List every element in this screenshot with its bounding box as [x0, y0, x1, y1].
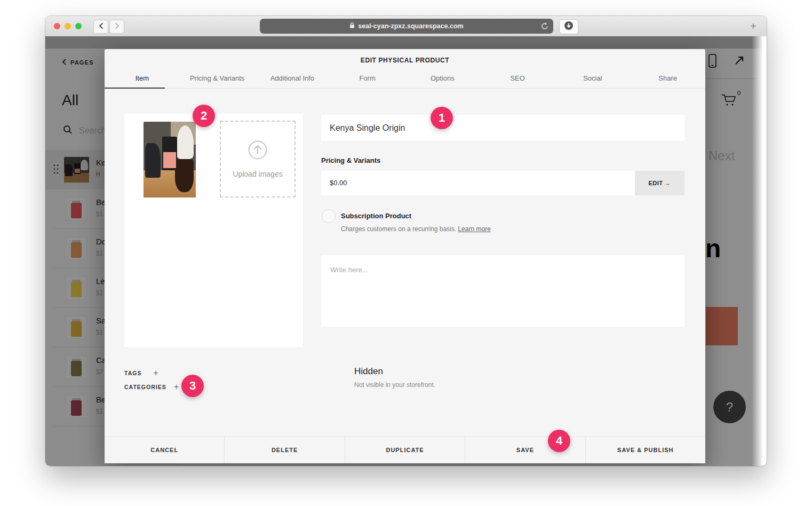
url-text: seal-cyan-zpxz.squarespace.com — [358, 22, 463, 30]
download-button[interactable] — [559, 19, 578, 34]
edit-product-modal: EDIT PHYSICAL PRODUCT Item Pricing & Var… — [105, 49, 705, 463]
price-row: $0.00 EDIT → — [321, 171, 684, 195]
download-icon — [564, 21, 574, 33]
minimize-window-button[interactable] — [65, 23, 71, 29]
add-tag-button[interactable]: + — [153, 368, 158, 378]
zoom-window-button[interactable] — [75, 23, 82, 29]
tags-label: TAGS — [124, 370, 141, 376]
browser-titlebar: seal-cyan-zpxz.squarespace.com + — [45, 16, 767, 37]
price-value: $0.00 — [330, 171, 347, 195]
modal-title: EDIT PHYSICAL PRODUCT — [105, 57, 705, 64]
chevron-left-icon — [99, 22, 104, 31]
browser-window: seal-cyan-zpxz.squarespace.com + — [45, 16, 767, 466]
tab-item[interactable]: Item — [105, 68, 180, 88]
tab-seo[interactable]: SEO — [480, 68, 555, 88]
categories-row: CATEGORIES + — [124, 382, 179, 392]
annotation-badge-1: 1 — [431, 107, 453, 129]
description-textarea[interactable] — [321, 255, 684, 327]
subscription-title: Subscription Product — [341, 212, 411, 220]
categories-label: CATEGORIES — [124, 384, 166, 390]
visibility-description: Not visible in your storefront. — [354, 381, 435, 389]
images-card: Upload images — [124, 114, 303, 347]
right-fade — [752, 36, 767, 466]
tab-social[interactable]: Social — [555, 68, 631, 88]
pricing-variants-label: Pricing & Variants — [321, 156, 380, 164]
tab-share[interactable]: Share — [630, 68, 705, 88]
new-tab-button[interactable]: + — [746, 19, 760, 34]
tab-pricing-variants[interactable]: Pricing & Variants — [180, 68, 255, 88]
subscription-toggle[interactable] — [322, 209, 336, 223]
annotation-badge-3: 3 — [181, 375, 204, 397]
tab-form[interactable]: Form — [330, 68, 405, 88]
visibility-status[interactable]: Hidden — [354, 366, 383, 377]
screen: seal-cyan-zpxz.squarespace.com + — [0, 0, 812, 506]
save-publish-button[interactable]: SAVE & PUBLISH — [585, 437, 705, 463]
lock-icon — [349, 22, 355, 30]
product-image[interactable] — [144, 122, 196, 197]
delete-button[interactable]: DELETE — [224, 437, 344, 463]
modal-footer: CANCEL DELETE DUPLICATE SAVE SAVE & PUBL… — [105, 436, 705, 463]
annotation-badge-2: 2 — [193, 105, 215, 127]
back-button[interactable] — [93, 20, 108, 34]
upload-arrow-icon — [248, 140, 268, 162]
product-title-input[interactable] — [321, 115, 684, 141]
address-bar[interactable]: seal-cyan-zpxz.squarespace.com — [260, 19, 553, 34]
close-window-button[interactable] — [54, 23, 60, 29]
annotation-badge-4: 4 — [548, 430, 570, 452]
duplicate-button[interactable]: DUPLICATE — [345, 437, 465, 463]
edit-pricing-button[interactable]: EDIT → — [635, 171, 684, 195]
modal-tabs: Item Pricing & Variants Additional Info … — [105, 68, 705, 89]
upload-images-dropzone[interactable]: Upload images — [220, 121, 296, 197]
learn-more-link[interactable]: Learn more — [458, 225, 490, 233]
tags-row: TAGS + — [124, 368, 158, 378]
tab-options[interactable]: Options — [405, 68, 480, 88]
add-category-button[interactable]: + — [174, 382, 179, 392]
forward-button[interactable] — [109, 20, 124, 34]
chevron-right-icon — [115, 22, 120, 31]
cancel-button[interactable]: CANCEL — [105, 437, 224, 463]
reload-icon[interactable] — [541, 22, 548, 32]
upload-images-label: Upload images — [233, 170, 282, 178]
subscription-description: Charges customers on a recurring basis. … — [341, 225, 491, 233]
tab-additional-info[interactable]: Additional Info — [255, 68, 330, 88]
browser-content: PAGES All — [45, 36, 767, 466]
